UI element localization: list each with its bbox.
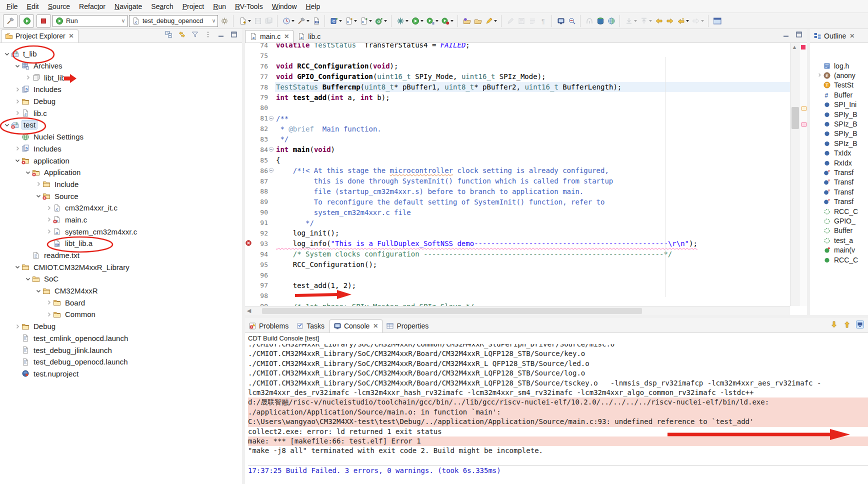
launch-gear-button[interactable] bbox=[220, 15, 230, 27]
chevron-right-icon[interactable] bbox=[45, 298, 53, 306]
chevron-down-icon[interactable] bbox=[24, 275, 32, 283]
save-button[interactable] bbox=[253, 15, 263, 27]
maximize-button[interactable] bbox=[794, 28, 804, 40]
tree-item-main-c[interactable]: .cmain.c bbox=[0, 214, 242, 226]
outline-item-spiy-b[interactable]: SPIy_B bbox=[810, 110, 868, 119]
code-line-77[interactable]: 77void GPIO_Configuration(uint16_t SPIy_… bbox=[245, 72, 790, 82]
claw-button[interactable] bbox=[584, 15, 594, 27]
tree-item-application[interactable]: Application bbox=[0, 166, 242, 178]
minimize-button[interactable] bbox=[781, 28, 791, 40]
tree-item-t-lib[interactable]: ct_lib bbox=[0, 48, 242, 60]
fold-collapse-icon[interactable] bbox=[268, 167, 275, 174]
form-button[interactable] bbox=[516, 15, 526, 27]
build-hammer-button[interactable] bbox=[3, 14, 18, 28]
code-line-90[interactable]: 90 system_cm32m4xxr.c file bbox=[245, 207, 790, 218]
pilcrow-button[interactable]: ¶ bbox=[538, 15, 548, 27]
minimize-button[interactable] bbox=[216, 28, 226, 40]
marker-pen-button[interactable] bbox=[484, 15, 498, 27]
close-icon[interactable]: ✕ bbox=[69, 32, 74, 40]
outline-item-txidx[interactable]: TxIdx bbox=[810, 148, 868, 158]
code-line-80[interactable]: 80 bbox=[245, 102, 790, 113]
tree-item-nuclei-settings[interactable]: Nuclei Settings bbox=[0, 131, 242, 143]
chevron-down-icon[interactable] bbox=[3, 50, 11, 58]
outline-item-spiz-b[interactable]: SPIz_B bbox=[810, 138, 868, 148]
scroll-up-button[interactable] bbox=[842, 318, 852, 330]
collapse-all-button[interactable] bbox=[164, 28, 174, 40]
chevron-right-icon[interactable] bbox=[14, 86, 22, 94]
run-mode-combo[interactable]: Run v bbox=[52, 15, 128, 27]
close-icon[interactable]: ✕ bbox=[850, 32, 854, 40]
scrollbar-thumb[interactable] bbox=[262, 308, 642, 314]
run-active-button[interactable] bbox=[20, 14, 34, 28]
console-output[interactable]: ./CMIOT.CM32M4xxR_Library/SoC/CM32M4xxR/… bbox=[245, 344, 868, 484]
tree-item-system-cm32m4xxr-c[interactable]: .csystem_cm32m4xxr.c bbox=[0, 226, 242, 238]
menu-edit[interactable]: Edit bbox=[22, 2, 44, 12]
download-button[interactable] bbox=[624, 15, 638, 27]
tree-item-test-debug-jlink-launch[interactable]: test_debug_jlink.launch bbox=[0, 344, 242, 356]
new-c-file-button[interactable]: c bbox=[359, 15, 373, 27]
chevron-right-icon[interactable] bbox=[24, 74, 32, 82]
close-icon[interactable]: ✕ bbox=[284, 33, 289, 40]
stop-button[interactable] bbox=[36, 14, 51, 28]
tab-project-explorer[interactable]: Project Explorer ✕ bbox=[1, 30, 78, 42]
outline-item-test-a[interactable]: test_a bbox=[810, 236, 868, 245]
close-icon[interactable]: ✕ bbox=[373, 322, 378, 330]
code-line-96[interactable]: 96 bbox=[245, 270, 790, 280]
chevron-right-icon[interactable] bbox=[816, 72, 823, 80]
filter-button[interactable] bbox=[190, 28, 200, 40]
tree-item-debug[interactable]: Debug bbox=[0, 96, 242, 108]
run-green2-button[interactable] bbox=[410, 15, 424, 27]
view-menu-button[interactable] bbox=[203, 28, 213, 40]
code-line-76[interactable]: 76void RCC_Configuration(void); bbox=[245, 61, 790, 72]
menu-source[interactable]: Source bbox=[44, 2, 74, 12]
code-line-78[interactable]: 78TestStatus Buffercmp(uint8_t* pBuffer1… bbox=[245, 82, 790, 92]
import-folder-button[interactable] bbox=[462, 15, 472, 27]
fold-collapse-icon[interactable] bbox=[268, 115, 275, 122]
menu-navigate[interactable]: Navigate bbox=[110, 2, 146, 12]
save-all-button[interactable] bbox=[264, 15, 274, 27]
scroll-left-arrow-icon[interactable]: ◀ bbox=[245, 308, 253, 314]
chevron-right-icon[interactable] bbox=[14, 98, 22, 106]
overview-error-marker[interactable] bbox=[801, 45, 806, 50]
chevron-right-icon[interactable] bbox=[45, 216, 53, 224]
profile-button[interactable] bbox=[440, 15, 454, 27]
outline-item-transf[interactable]: vTransf bbox=[810, 196, 868, 206]
console-tab-properties[interactable]: Properties bbox=[382, 320, 432, 332]
debug-time-button[interactable] bbox=[282, 15, 296, 27]
code-line-94[interactable]: 94 /* System clocks configuration ------… bbox=[245, 249, 790, 260]
chevron-down-icon[interactable] bbox=[14, 62, 22, 70]
console-tab-tasks[interactable]: Tasks bbox=[292, 320, 328, 332]
tree-item-libt-lib-a[interactable]: libt_lib.a bbox=[0, 72, 242, 84]
outline-item--anony[interactable]: E(anony bbox=[810, 70, 868, 80]
tree-item-libt-lib-a[interactable]: 010libt_lib.a bbox=[0, 238, 242, 250]
menu-file[interactable]: File bbox=[2, 2, 22, 12]
code-line-79[interactable]: 79int test_add(int a, int b); bbox=[245, 92, 790, 102]
forward-history-button[interactable] bbox=[665, 15, 675, 27]
code-area[interactable]: 74volatile TestStatus TransferStatus4 = … bbox=[245, 43, 790, 306]
code-line-84[interactable]: 84int main(void) bbox=[245, 144, 790, 155]
new-wizard-button[interactable] bbox=[238, 15, 252, 27]
outline-item-buffer[interactable]: #Buffer bbox=[810, 90, 868, 100]
search-slash-button[interactable] bbox=[567, 15, 577, 27]
chevron-right-icon[interactable] bbox=[14, 109, 22, 117]
tree-item-debug[interactable]: Debug bbox=[0, 320, 242, 332]
maximize-button[interactable] bbox=[229, 28, 239, 40]
binary-file-button[interactable]: 010 bbox=[312, 15, 322, 27]
outline-item-rcc-c[interactable]: RCC_C bbox=[810, 255, 868, 264]
chevron-down-icon[interactable] bbox=[3, 121, 11, 129]
code-line-91[interactable]: 91 */ bbox=[245, 218, 790, 228]
run-list-button[interactable] bbox=[426, 15, 440, 27]
code-line-93[interactable]: 93 log_info("This is a FullDuplex_SoftNS… bbox=[245, 238, 790, 249]
outline-item-transf[interactable]: vTransf bbox=[810, 168, 868, 177]
outline-item-testst[interactable]: TTestSt bbox=[810, 80, 868, 90]
code-line-75[interactable]: 75 bbox=[245, 50, 790, 61]
code-line-99[interactable]: 99 /* 1st phase: SPIy Master and SPIz Sl… bbox=[245, 301, 790, 306]
menu-window[interactable]: Window bbox=[268, 2, 302, 12]
tree-item-application[interactable]: application bbox=[0, 154, 242, 166]
outline-list[interactable]: log.hE(anonyTTestSt#BufferSPI_IniSPIy_BS… bbox=[810, 43, 868, 315]
outline-item-spiy-b[interactable]: SPIy_B bbox=[810, 129, 868, 138]
code-line-86[interactable]: 86 /*!< At this stage the microcontrolle… bbox=[245, 166, 790, 176]
window-part-button[interactable] bbox=[712, 15, 722, 27]
project-tree[interactable]: ct_libArchiveslibt_lib.ahIncludesDebug.c… bbox=[0, 43, 242, 484]
chevron-down-icon[interactable] bbox=[14, 263, 22, 271]
